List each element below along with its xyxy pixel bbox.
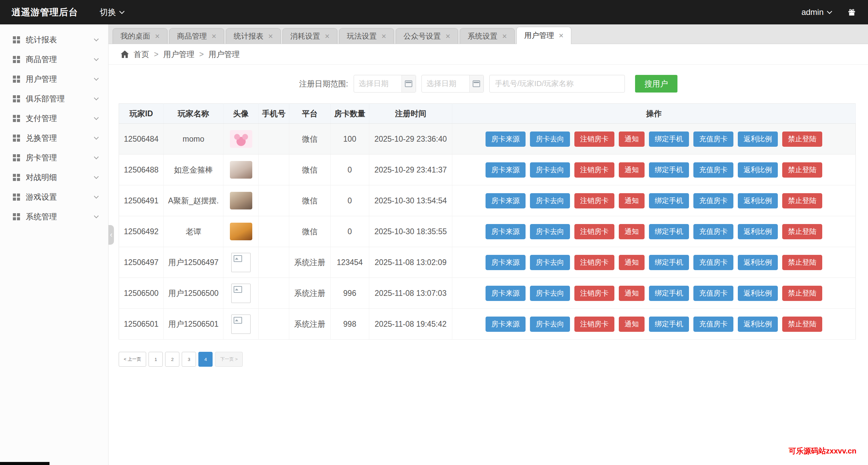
calendar-icon[interactable] [401,75,416,92]
calendar-icon[interactable] [469,75,484,92]
gift-icon[interactable] [847,8,856,17]
date-to-field[interactable] [421,75,484,93]
row-action-button[interactable]: 绑定手机 [649,193,689,208]
date-from-input[interactable] [354,79,401,88]
row-action-button[interactable]: 通知 [619,286,645,301]
row-action-button[interactable]: 通知 [619,255,645,270]
row-action-button[interactable]: 房卡来源 [486,132,526,147]
row-action-button[interactable]: 注销房卡 [574,193,614,208]
keyword-input[interactable] [489,75,625,93]
row-action-button[interactable]: 房卡去向 [530,255,570,270]
row-action-button[interactable]: 房卡来源 [486,224,526,239]
date-to-input[interactable] [422,79,469,88]
row-action-button[interactable]: 禁止登陆 [782,224,822,239]
sidebar-item[interactable]: 对战明细 [0,167,108,187]
row-action-button[interactable]: 禁止登陆 [782,286,822,301]
sidebar-item[interactable]: 商品管理 [0,49,108,69]
tab[interactable]: 系统设置 × [460,28,515,44]
row-action-button[interactable]: 房卡来源 [486,317,526,332]
row-action-button[interactable]: 通知 [619,224,645,239]
row-action-button[interactable]: 禁止登陆 [782,317,822,332]
date-from-field[interactable] [354,75,416,93]
row-action-button[interactable]: 充值房卡 [693,286,733,301]
row-action-button[interactable]: 返利比例 [738,286,778,301]
row-action-button[interactable]: 绑定手机 [649,286,689,301]
page-number-button[interactable]: 4 [198,352,213,367]
row-action-button[interactable]: 绑定手机 [649,224,689,239]
row-action-button[interactable]: 房卡去向 [530,162,570,178]
row-action-button[interactable]: 房卡去向 [530,193,570,208]
row-action-button[interactable]: 房卡去向 [530,132,570,147]
row-action-button[interactable]: 返利比例 [738,132,778,147]
close-icon[interactable]: × [155,32,160,40]
row-action-button[interactable]: 充值房卡 [693,255,733,270]
sidebar-item[interactable]: 支付管理 [0,108,108,128]
row-action-button[interactable]: 注销房卡 [574,317,614,332]
tab[interactable]: 商品管理 × [169,28,224,44]
row-action-button[interactable]: 房卡去向 [530,317,570,332]
row-action-button[interactable]: 禁止登陆 [782,132,822,147]
prev-page-button[interactable]: < 上一页 [119,352,146,367]
sidebar-item[interactable]: 用户管理 [0,69,108,89]
row-action-button[interactable]: 注销房卡 [574,224,614,239]
row-action-button[interactable]: 通知 [619,193,645,208]
sidebar-collapse-handle[interactable]: ‹ [108,225,114,245]
row-action-button[interactable]: 通知 [619,162,645,178]
close-icon[interactable]: × [446,32,450,40]
row-action-button[interactable]: 禁止登陆 [782,162,822,178]
row-action-button[interactable]: 充值房卡 [693,224,733,239]
row-action-button[interactable]: 返利比例 [738,255,778,270]
row-action-button[interactable]: 充值房卡 [693,317,733,332]
row-action-button[interactable]: 返利比例 [738,162,778,178]
row-action-button[interactable]: 充值房卡 [693,132,733,147]
switch-menu[interactable]: 切换 [100,7,124,18]
sidebar-item[interactable]: 俱乐部管理 [0,89,108,108]
row-action-button[interactable]: 禁止登陆 [782,193,822,208]
user-menu[interactable]: admin [802,7,831,17]
tab[interactable]: 用户管理 × [516,27,571,44]
sidebar-item[interactable]: 兑换管理 [0,128,108,148]
page-number-button[interactable]: 3 [182,352,196,367]
sidebar-item[interactable]: 房卡管理 [0,148,108,167]
row-action-button[interactable]: 绑定手机 [649,132,689,147]
close-icon[interactable]: × [381,32,386,40]
close-icon[interactable]: × [559,32,564,40]
close-icon[interactable]: × [502,32,507,40]
breadcrumb-section[interactable]: 用户管理 [163,49,194,60]
row-action-button[interactable]: 注销房卡 [574,286,614,301]
row-action-button[interactable]: 注销房卡 [574,255,614,270]
tab[interactable]: 我的桌面 × [113,28,167,44]
row-action-button[interactable]: 通知 [619,317,645,332]
sidebar-item[interactable]: 游戏设置 [0,187,108,207]
row-action-button[interactable]: 返利比例 [738,193,778,208]
row-action-button[interactable]: 返利比例 [738,317,778,332]
row-action-button[interactable]: 房卡来源 [486,162,526,178]
row-action-button[interactable]: 充值房卡 [693,162,733,178]
sidebar-item[interactable]: 统计报表 [0,30,108,49]
row-action-button[interactable]: 禁止登陆 [782,255,822,270]
tab[interactable]: 公众号设置 × [396,28,458,44]
page-number-button[interactable]: 2 [165,352,179,367]
row-action-button[interactable]: 通知 [619,132,645,147]
tab[interactable]: 统计报表 × [226,28,281,44]
row-action-button[interactable]: 绑定手机 [649,317,689,332]
row-action-button[interactable]: 绑定手机 [649,162,689,178]
close-icon[interactable]: × [325,32,330,40]
row-action-button[interactable]: 房卡去向 [530,286,570,301]
row-action-button[interactable]: 返利比例 [738,224,778,239]
breadcrumb-home[interactable]: 首页 [134,49,149,60]
close-icon[interactable]: × [268,32,273,40]
row-action-button[interactable]: 绑定手机 [649,255,689,270]
page-number-button[interactable]: 1 [149,352,163,367]
row-action-button[interactable]: 注销房卡 [574,162,614,178]
sidebar-item[interactable]: 系统管理 [0,207,108,226]
search-user-button[interactable]: 搜用户 [635,75,677,93]
row-action-button[interactable]: 房卡来源 [486,255,526,270]
next-page-button[interactable]: 下一页 > [215,352,242,367]
row-action-button[interactable]: 注销房卡 [574,132,614,147]
row-action-button[interactable]: 房卡去向 [530,224,570,239]
row-action-button[interactable]: 房卡来源 [486,193,526,208]
row-action-button[interactable]: 房卡来源 [486,286,526,301]
tab[interactable]: 玩法设置 × [339,28,394,44]
close-icon[interactable]: × [212,32,216,40]
